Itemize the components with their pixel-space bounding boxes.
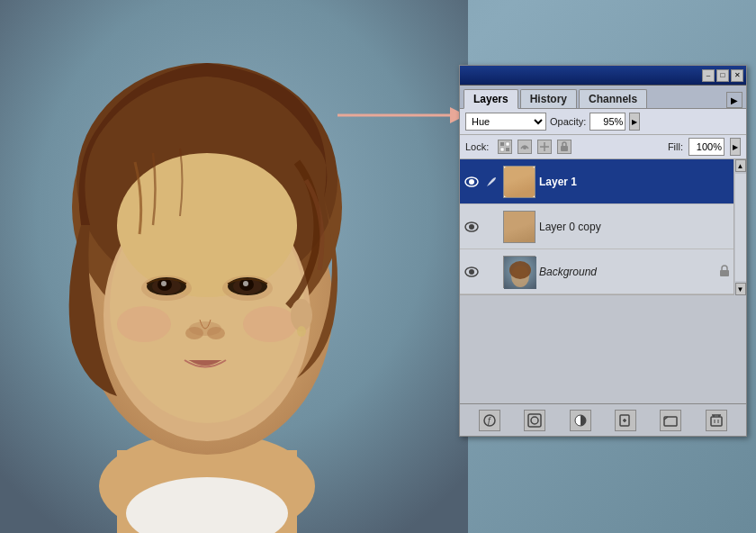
layer1-name: Layer 1 <box>539 176 577 188</box>
background-lock-icon <box>719 265 730 279</box>
opacity-input[interactable] <box>590 113 626 131</box>
scroll-track <box>735 174 746 281</box>
layer1-thumbnail <box>503 166 536 198</box>
svg-rect-31 <box>506 148 509 151</box>
arrow <box>333 97 477 133</box>
lock-image-button[interactable] <box>518 140 532 154</box>
portrait-image <box>0 0 468 533</box>
layer1-visibility-toggle[interactable] <box>464 174 480 190</box>
panel-titlebar: – □ ✕ <box>460 66 746 86</box>
tab-layers[interactable]: Layers <box>464 89 518 109</box>
tab-channels[interactable]: Channels <box>579 89 647 108</box>
blend-mode-select[interactable]: Hue <box>465 113 546 131</box>
svg-point-27 <box>297 326 306 337</box>
new-layer-button[interactable] <box>615 410 636 431</box>
add-mask-button[interactable] <box>524 410 545 431</box>
scroll-up-button[interactable]: ▲ <box>735 159 746 172</box>
layer-item-background[interactable]: Background <box>460 249 734 294</box>
opacity-arrow-button[interactable]: ▶ <box>629 113 640 131</box>
delete-layer-button[interactable] <box>706 410 727 431</box>
svg-rect-32 <box>500 148 504 151</box>
background-thumbnail <box>503 256 536 288</box>
lock-label: Lock: <box>465 141 489 152</box>
layer-item-layer1[interactable]: Layer 1 <box>460 159 734 204</box>
background-name: Background <box>539 266 597 278</box>
fill-arrow-button[interactable]: ▶ <box>730 138 741 156</box>
restore-button[interactable]: □ <box>716 69 729 82</box>
svg-point-46 <box>509 261 531 279</box>
titlebar-buttons: – □ ✕ <box>699 66 746 85</box>
layers-panel: – □ ✕ Layers History Channels ▶ Hue Opac… <box>459 65 747 437</box>
tabs-row: Layers History Channels ▶ <box>460 86 746 109</box>
svg-point-41 <box>469 224 474 230</box>
svg-rect-33 <box>506 142 509 146</box>
layer-style-button[interactable]: ƒ <box>479 410 500 431</box>
layer1-brush-icon <box>483 174 500 190</box>
svg-point-22 <box>185 327 203 339</box>
svg-point-34 <box>523 146 526 149</box>
svg-rect-59 <box>711 417 722 426</box>
svg-point-25 <box>243 306 297 342</box>
layers-container: Layer 1 Layer 0 copy <box>460 159 746 295</box>
close-button[interactable]: ✕ <box>731 69 743 82</box>
opacity-label: Opacity: <box>550 116 586 127</box>
layers-list: Layer 1 Layer 0 copy <box>460 159 734 295</box>
new-layer-set-button[interactable] <box>660 410 681 431</box>
layers-scrollbar[interactable]: ▲ ▼ <box>734 159 746 295</box>
svg-text:ƒ: ƒ <box>487 416 492 426</box>
svg-point-16 <box>161 281 166 286</box>
layer0copy-thumbnail <box>503 211 536 243</box>
layers-toolbar: ƒ <box>460 403 746 436</box>
svg-rect-47 <box>720 270 729 276</box>
fill-input[interactable] <box>688 138 724 156</box>
new-fill-layer-button[interactable] <box>570 410 591 431</box>
svg-point-43 <box>469 269 474 275</box>
svg-rect-50 <box>528 414 541 427</box>
svg-point-51 <box>531 417 538 424</box>
svg-point-10 <box>117 153 297 297</box>
svg-rect-30 <box>500 142 504 146</box>
svg-rect-37 <box>561 146 568 151</box>
tab-history[interactable]: History <box>520 89 577 108</box>
svg-point-24 <box>117 306 171 342</box>
minimize-button[interactable]: – <box>702 69 715 82</box>
background-visibility-toggle[interactable] <box>464 264 480 280</box>
lock-all-button[interactable] <box>557 140 572 154</box>
svg-point-20 <box>243 281 248 286</box>
layer0copy-name: Layer 0 copy <box>539 221 601 233</box>
fill-label: Fill: <box>668 141 683 152</box>
svg-point-39 <box>469 179 474 185</box>
svg-point-23 <box>207 327 225 339</box>
scroll-down-button[interactable]: ▼ <box>735 283 746 295</box>
controls-row: Hue Opacity: ▶ <box>460 109 746 135</box>
empty-layers-area <box>460 295 746 403</box>
layer0copy-visibility-toggle[interactable] <box>464 219 480 235</box>
lock-position-button[interactable] <box>537 140 552 154</box>
layer-item-layer0copy[interactable]: Layer 0 copy <box>460 204 734 249</box>
lock-row: Lock: Fill: ▶ <box>460 135 746 159</box>
panel-options-button[interactable]: ▶ <box>726 92 742 108</box>
lock-transparent-button[interactable] <box>498 140 512 154</box>
